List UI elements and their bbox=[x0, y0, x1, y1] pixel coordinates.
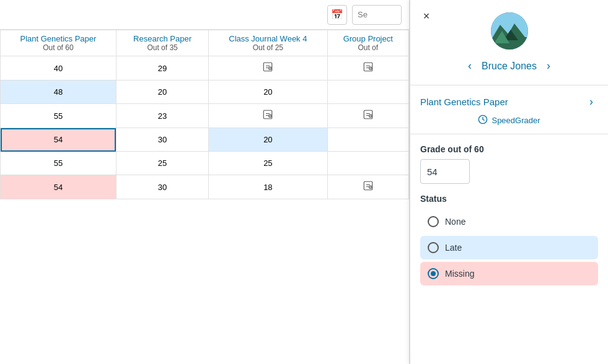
col-header-research-paper: Research Paper Out of 35 bbox=[116, 30, 208, 56]
grade-cell[interactable]: 29 bbox=[116, 56, 208, 80]
close-button[interactable]: × bbox=[418, 7, 435, 25]
status-option-none[interactable]: None bbox=[420, 210, 598, 233]
grade-cell[interactable]: 20 bbox=[209, 128, 327, 152]
table-row: 55 23 bbox=[1, 104, 409, 128]
table-row-active: 54 30 20 bbox=[1, 128, 409, 152]
radio-none bbox=[428, 216, 439, 227]
gradebook-area: 📅 Plant Genetics Paper Out of 60 Researc… bbox=[0, 0, 410, 364]
next-student-button[interactable]: › bbox=[542, 57, 555, 75]
grade-cell[interactable]: 30 bbox=[116, 175, 208, 199]
grade-cell[interactable] bbox=[327, 152, 409, 175]
grade-cell[interactable]: 54 bbox=[1, 175, 117, 199]
table-row: 54 30 18 bbox=[1, 175, 409, 199]
grade-cell[interactable]: 55 bbox=[1, 104, 117, 128]
status-none-label: None bbox=[445, 217, 465, 227]
grade-label: Grade out of 60 bbox=[420, 144, 598, 154]
student-navigation: ‹ Bruce Jones › bbox=[420, 57, 598, 75]
grade-cell-icon[interactable] bbox=[327, 56, 409, 80]
speedgrader-icon bbox=[478, 115, 488, 126]
speedgrader-link[interactable]: SpeedGrader bbox=[420, 115, 598, 126]
grade-cell[interactable]: 25 bbox=[209, 152, 327, 175]
status-option-missing[interactable]: Missing bbox=[420, 262, 598, 285]
grade-cell-icon[interactable] bbox=[209, 56, 327, 80]
grade-cell[interactable] bbox=[327, 80, 409, 104]
table-row: 48 20 20 bbox=[1, 80, 409, 104]
avatar bbox=[491, 12, 528, 50]
prev-student-button[interactable]: ‹ bbox=[463, 57, 477, 75]
grade-cell[interactable] bbox=[327, 128, 409, 152]
status-label: Status bbox=[420, 194, 598, 204]
status-section: Status None Late Missing bbox=[410, 189, 608, 293]
grade-cell[interactable]: 23 bbox=[116, 104, 208, 128]
table-row: 55 25 25 bbox=[1, 152, 409, 175]
grade-cell[interactable]: 30 bbox=[116, 128, 208, 152]
student-detail-panel: × ‹ Bruce Jones › Plant Genetics Paper › bbox=[410, 0, 608, 364]
status-missing-label: Missing bbox=[445, 269, 474, 279]
grade-table: Plant Genetics Paper Out of 60 Research … bbox=[0, 30, 409, 199]
calendar-icon: 📅 bbox=[331, 9, 343, 20]
grade-input[interactable] bbox=[420, 159, 470, 184]
grade-cell-icon[interactable] bbox=[209, 104, 327, 128]
grade-cell-icon[interactable] bbox=[327, 104, 409, 128]
assignment-name: Plant Genetics Paper bbox=[420, 97, 508, 107]
grade-cell[interactable]: 48 bbox=[1, 80, 117, 104]
grade-cell[interactable]: 20 bbox=[209, 80, 327, 104]
student-name: Bruce Jones bbox=[482, 61, 537, 72]
radio-late bbox=[428, 242, 439, 253]
grade-cell[interactable]: 40 bbox=[1, 56, 117, 80]
next-assignment-button[interactable]: › bbox=[584, 93, 598, 111]
radio-missing bbox=[428, 268, 439, 279]
search-input[interactable] bbox=[352, 5, 402, 25]
grade-cell-icon[interactable] bbox=[327, 175, 409, 199]
grade-cell[interactable]: 20 bbox=[116, 80, 208, 104]
table-row: 40 29 bbox=[1, 56, 409, 80]
col-header-group-project: Group Project Out of bbox=[327, 30, 409, 56]
gradebook-toolbar: 📅 bbox=[0, 0, 409, 30]
table-header-row: Plant Genetics Paper Out of 60 Research … bbox=[1, 30, 409, 56]
grade-cell[interactable]: 25 bbox=[116, 152, 208, 175]
assignment-navigation: Plant Genetics Paper › bbox=[420, 93, 598, 111]
calendar-icon-button[interactable]: 📅 bbox=[327, 5, 347, 25]
col-header-class-journal: Class Journal Week 4 Out of 25 bbox=[209, 30, 327, 56]
col-header-plant-genetics: Plant Genetics Paper Out of 60 bbox=[1, 30, 117, 56]
grade-section: Grade out of 60 bbox=[410, 134, 608, 189]
grade-cell[interactable]: 18 bbox=[209, 175, 327, 199]
grade-cell-selected[interactable]: 54 bbox=[1, 128, 117, 152]
student-section: ‹ Bruce Jones › bbox=[410, 0, 608, 85]
speedgrader-label: SpeedGrader bbox=[491, 116, 540, 125]
assignment-section: Plant Genetics Paper › SpeedGrader bbox=[410, 85, 608, 134]
status-late-label: Late bbox=[445, 243, 462, 253]
status-option-late[interactable]: Late bbox=[420, 236, 598, 259]
grade-cell[interactable]: 55 bbox=[1, 152, 117, 175]
